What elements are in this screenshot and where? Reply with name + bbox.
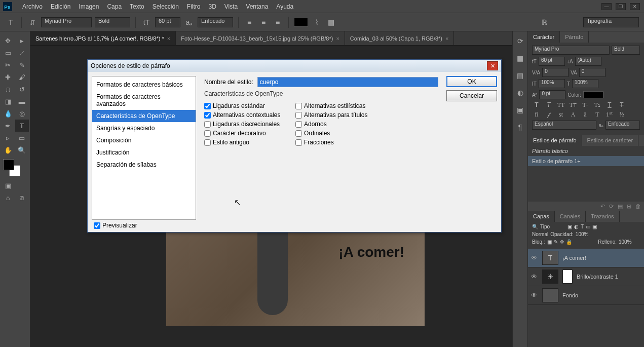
antialias-select[interactable]: Enfocado — [198, 17, 233, 27]
menu-filtro[interactable]: Filtro — [183, 3, 205, 10]
char-hscale[interactable]: 100% — [572, 79, 598, 88]
text-orientation-icon[interactable]: ⇵ — [27, 17, 38, 28]
blur-tool-icon[interactable]: 💧 — [1, 107, 15, 120]
fi-icon[interactable]: fi — [532, 111, 541, 119]
check-ornaments[interactable]: Adornos — [295, 121, 382, 128]
adjustments-panel-icon[interactable]: ◐ — [516, 88, 525, 97]
font-size-select[interactable]: 60 pt — [155, 17, 180, 27]
fill-field[interactable]: 100% — [619, 239, 640, 245]
check-contextual-alts[interactable]: Alternativas contextuales — [204, 111, 290, 119]
filter-image-icon[interactable]: ▣ — [567, 224, 572, 229]
check-fractions[interactable]: Fracciones — [295, 139, 382, 146]
opacity-field[interactable]: 100% — [576, 232, 597, 237]
font-family-select[interactable]: Myriad Pro — [41, 17, 92, 27]
history-panel-icon[interactable]: ⟳ — [516, 36, 525, 46]
filter-icon[interactable]: 🔍 — [532, 224, 538, 229]
menu-seleccion[interactable]: Selección — [148, 3, 183, 10]
ordinals-icon[interactable]: T — [593, 111, 602, 119]
underline-icon[interactable]: T — [605, 101, 614, 109]
strike-icon[interactable]: T — [617, 101, 626, 109]
crop-tool-icon[interactable]: ✂ — [1, 59, 15, 71]
char-tracking[interactable]: 0 — [579, 68, 605, 77]
layer-row[interactable]: 👁Fondo — [528, 286, 644, 305]
sidebar-item-advanced-formats[interactable]: Formatos de caracteres avanzados — [92, 91, 196, 110]
tab-estilos-caracter[interactable]: Estilos de carácter — [582, 135, 638, 146]
layer-row[interactable]: 👁T¡A comer! — [528, 249, 644, 267]
reload-icon[interactable]: ⟳ — [609, 203, 614, 210]
sidebar-item-indents[interactable]: Sangrías y espaciado — [92, 122, 196, 134]
menu-edicion[interactable]: Edición — [47, 3, 74, 10]
oldstyle-icon[interactable]: 1ˢᵗ — [605, 111, 614, 119]
lasso-tool-icon[interactable]: ⟋ — [15, 47, 29, 59]
char-aa[interactable]: Enfocado — [605, 121, 640, 130]
trash-icon[interactable]: 🗑 — [635, 203, 641, 209]
stylename-input[interactable] — [257, 77, 438, 87]
pen-tool-icon[interactable]: ✒ — [1, 120, 15, 132]
text-color-swatch[interactable] — [294, 18, 308, 27]
cancel-button[interactable]: Cancelar — [446, 90, 497, 101]
close-icon[interactable]: × — [445, 35, 448, 42]
font-weight-select[interactable]: Bold — [95, 17, 130, 27]
char-kerning[interactable]: 0 — [542, 68, 569, 77]
sidebar-item-opentype[interactable]: Características de OpenType — [92, 110, 196, 122]
bold-icon[interactable]: T — [532, 101, 541, 109]
workspace-select[interactable]: Tipografía — [583, 17, 639, 27]
healing-tool-icon[interactable]: ✚ — [1, 71, 15, 83]
stylistic-icon[interactable]: st — [556, 111, 565, 119]
shape-tool-icon[interactable]: ▭ — [15, 132, 29, 144]
lock-trans-icon[interactable]: ▣ — [547, 239, 552, 245]
style-item[interactable]: Estilo de párrafo 1+ — [528, 156, 644, 166]
char-leading[interactable]: (Auto) — [575, 57, 601, 66]
menu-ayuda[interactable]: Ayuda — [272, 3, 297, 10]
brush-tool-icon[interactable]: 🖌 — [15, 71, 29, 83]
subscript-icon[interactable]: T₁ — [593, 101, 602, 109]
sidebar-item-hyphenation[interactable]: Separación de sílabas — [92, 159, 196, 171]
doc-tab-1[interactable]: Foto-Hesse_F-D10034-13_bearb_15x15.jpg a… — [176, 31, 345, 45]
tab-capas[interactable]: Capas — [528, 211, 555, 222]
titling-icon[interactable]: A — [569, 111, 578, 119]
window-max-icon[interactable]: ❐ — [616, 3, 626, 10]
menu-capa[interactable]: Capa — [103, 3, 126, 10]
quickmask-icon[interactable]: ▣ — [1, 179, 15, 191]
swash-icon[interactable]: 𝒻 — [544, 111, 553, 119]
stamp-tool-icon[interactable]: ⎍ — [1, 83, 15, 95]
char-baseline[interactable]: 0 pt — [539, 90, 565, 99]
filter-smart-icon[interactable]: ▣ — [592, 224, 597, 229]
tab-estilos-parrafo[interactable]: Estilos de párrafo — [528, 135, 582, 146]
filter-type[interactable]: Tipo — [540, 224, 565, 229]
visibility-icon[interactable]: 👁 — [531, 254, 538, 261]
check-standard-ligatures[interactable]: Ligaduras estándar — [204, 102, 290, 109]
actions-panel-icon[interactable]: ▤ — [516, 71, 525, 80]
lock-pos-icon[interactable]: ✥ — [560, 239, 564, 245]
zoom-tool-icon[interactable]: 🔍 — [15, 144, 29, 156]
direct-select-icon[interactable]: ▹ — [1, 132, 15, 144]
sidebar-item-composition[interactable]: Composición — [92, 134, 196, 146]
gradient-tool-icon[interactable]: ▬ — [15, 95, 29, 107]
style-item[interactable]: Párrafo básico — [528, 146, 644, 156]
menu-3d[interactable]: 3D — [204, 3, 220, 10]
canvas-preview[interactable]: ¡A comer! — [166, 229, 425, 326]
close-icon[interactable]: × — [336, 35, 339, 42]
swatches-panel-icon[interactable]: ▦ — [516, 54, 525, 63]
path-select-icon[interactable]: ▸ — [15, 34, 29, 47]
tab-canales[interactable]: Canales — [555, 211, 586, 222]
close-icon[interactable]: × — [167, 35, 170, 42]
italic-icon[interactable]: T — [544, 101, 553, 109]
smallcaps-icon[interactable]: Tᴛ — [569, 101, 578, 109]
menu-ventana[interactable]: Ventana — [242, 3, 272, 10]
filter-shape-icon[interactable]: ▭ — [586, 224, 590, 229]
move-tool-icon[interactable]: ✥ — [1, 34, 15, 47]
history-brush-icon[interactable]: ↺ — [15, 83, 29, 95]
eyedropper-icon[interactable]: ✎ — [15, 59, 29, 71]
tab-caracter[interactable]: Carácter — [528, 31, 560, 43]
check-titling-alts[interactable]: Alternativas para títulos — [295, 111, 382, 119]
menu-imagen[interactable]: Imagen — [74, 3, 103, 10]
check-swash[interactable]: Carácter decorativo — [204, 130, 290, 137]
check-oldstyle[interactable]: Estilo antiguo — [204, 139, 290, 146]
check-discretionary-ligatures[interactable]: Ligaduras discrecionales — [204, 121, 290, 128]
align-right-icon[interactable]: ≡ — [272, 17, 283, 28]
dodge-tool-icon[interactable]: ◎ — [15, 107, 29, 120]
char-font[interactable]: Myriad Pro — [532, 46, 610, 55]
char-weight[interactable]: Bold — [612, 46, 640, 55]
sidebar-item-justification[interactable]: Justificación — [92, 146, 196, 159]
